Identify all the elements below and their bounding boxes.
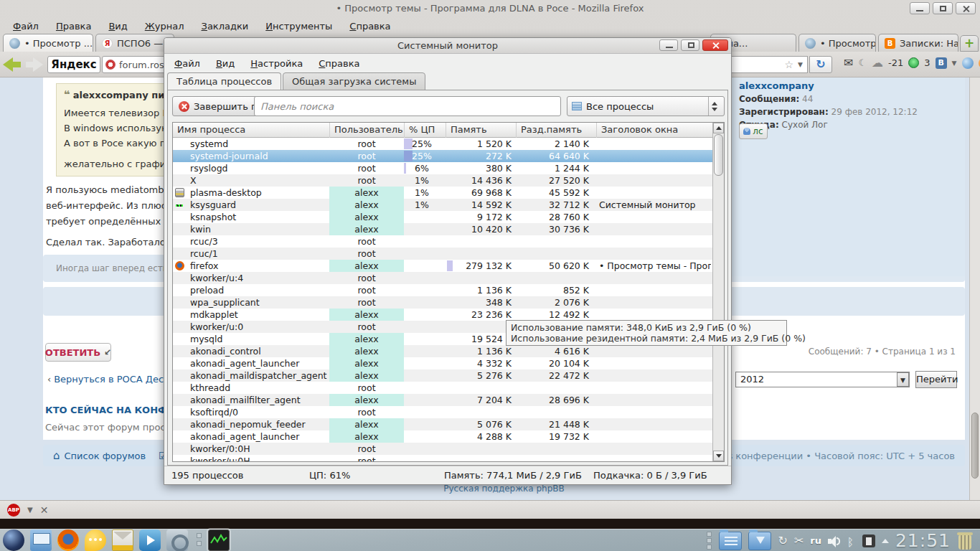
new-tab-button[interactable]: + — [960, 35, 979, 52]
documents-folder-widget[interactable] — [719, 532, 742, 550]
scroll-down-button[interactable] — [713, 451, 724, 461]
volume-icon[interactable] — [828, 535, 841, 547]
private-message-button[interactable]: лс — [739, 123, 768, 139]
sysmon-menu-item[interactable]: Настройка — [243, 57, 310, 72]
tab-process-table[interactable]: Таблица процессов — [167, 72, 281, 90]
column-header[interactable]: Разд.память — [516, 123, 596, 138]
vk-icon[interactable]: B — [936, 57, 947, 69]
firefox-tab[interactable]: • Просмотр те... — [798, 34, 876, 52]
ksysguard-task-icon[interactable] — [208, 529, 230, 551]
tab-active[interactable]: • Просмотр ... ✕ — [3, 34, 93, 52]
tray-pager-widget[interactable] — [705, 530, 712, 551]
address-bar[interactable]: forum.ros — [102, 56, 166, 73]
process-row[interactable]: kthreaddroot — [173, 382, 712, 394]
firefox-menu-item[interactable]: Вид — [101, 19, 134, 33]
mail-icon[interactable] — [112, 529, 133, 551]
firefox-menu-item[interactable]: Инструменты — [258, 19, 339, 33]
klipper-scissors-icon[interactable]: ✂ — [794, 534, 804, 547]
user-name-link[interactable]: alexxcompany — [739, 80, 958, 91]
process-row[interactable]: kworker/u:0Hroot — [173, 455, 712, 461]
tab-pspo[interactable]: Я ПСПО6 — — [95, 34, 174, 52]
clipboard-tray-icon[interactable] — [862, 534, 875, 547]
sysmon-menu-item[interactable]: Файл — [167, 57, 207, 72]
yandex-search-button[interactable]: Яндекс — [47, 56, 100, 73]
process-row[interactable]: Xroot1%14 436 K27 520 K — [173, 174, 712, 187]
process-row[interactable]: kwinalexx10 420 K30 736 K — [173, 223, 712, 235]
media-player-icon[interactable] — [139, 529, 161, 551]
firefox-menu-item[interactable]: Закладки — [194, 19, 256, 33]
process-row[interactable]: mdkappletalexx23 236 K12 492 K — [173, 309, 712, 321]
weather-cloud-icon[interactable]: ☁ — [872, 56, 883, 70]
process-row[interactable]: rcuc/1root — [173, 248, 712, 260]
update-checker-icon[interactable] — [908, 57, 919, 68]
bookmark-star-icon[interactable]: ☆ — [785, 59, 794, 70]
jump-go-button[interactable]: Перейти — [915, 371, 957, 388]
reply-button[interactable]: ОТВЕТИТЬ ↙ — [45, 343, 111, 362]
addon-bar-close-icon[interactable]: ✕ — [40, 504, 49, 516]
process-row[interactable]: akonadi_agent_launcheralexx4 332 K20 104… — [173, 357, 712, 369]
scrollbar-thumb[interactable] — [714, 134, 723, 176]
address-bar-end[interactable]: ☆ ▼ — [726, 56, 808, 73]
process-row[interactable]: akonadi_controlalexx1 136 K4 616 K — [173, 345, 712, 357]
reload-button[interactable]: ↻ — [809, 56, 832, 73]
phpbb-support-link[interactable]: Русская поддержка phpBB — [43, 484, 965, 494]
table-scrollbar[interactable] — [712, 123, 724, 461]
process-row[interactable]: akonadi_nepomuk_feederalexx5 076 K21 448… — [173, 418, 712, 430]
scroll-up-button[interactable] — [713, 123, 724, 133]
process-row[interactable]: akonadi_maildispatcher_agentalexx5 276 K… — [173, 369, 712, 382]
search-input[interactable] — [254, 96, 561, 116]
forward-button[interactable] — [24, 55, 46, 74]
bluetooth-icon[interactable] — [847, 535, 856, 547]
minimize-button[interactable] — [659, 39, 678, 51]
firefox-menu-item[interactable]: Правка — [49, 19, 98, 33]
sysmon-menu-item[interactable]: Справка — [311, 57, 367, 72]
process-row[interactable]: preloadroot1 136 K852 K — [173, 284, 712, 296]
sysmon-titlebar[interactable]: Системный монитор — [164, 38, 731, 54]
column-header[interactable]: % ЦП — [404, 123, 446, 138]
tray-expander-icon[interactable] — [882, 539, 889, 543]
maximize-button[interactable] — [681, 39, 699, 51]
scrollbar-thumb[interactable] — [971, 413, 979, 479]
firefox-icon[interactable] — [57, 529, 79, 551]
process-row[interactable]: kworker/u:4root — [173, 272, 712, 284]
column-header[interactable]: Память — [446, 123, 516, 138]
process-row[interactable]: ksysguardalexx1%14 592 K32 712 KСистемны… — [173, 199, 712, 211]
process-row[interactable]: plasma-desktopalexx1%69 968 K45 592 K — [173, 187, 712, 199]
process-row[interactable]: ksnapshotalexx9 172 K28 760 K — [173, 211, 712, 223]
process-row[interactable]: wpa_supplicantroot348 K2 076 K — [173, 296, 712, 309]
jump-to-select[interactable]: 2012 — [735, 372, 910, 387]
pager-widget[interactable] — [195, 529, 202, 551]
mail-notifier-icon[interactable]: ✉ — [844, 56, 853, 70]
back-button[interactable] — [3, 55, 24, 74]
process-row[interactable]: systemdroot25%1 520 K2 140 K — [173, 138, 712, 150]
forum-list-link[interactable]: Список форумов — [65, 451, 146, 461]
jump-select-caret-icon[interactable]: ▼ — [897, 372, 909, 387]
process-row[interactable]: ksoftirqd/0root — [173, 406, 712, 418]
firefox-menu-item[interactable]: Журнал — [138, 19, 192, 33]
adblock-dropdown-icon[interactable]: ▼ — [27, 506, 33, 514]
firefox-menu-item[interactable]: Справка — [342, 19, 397, 33]
tab-system-load[interactable]: Общая загрузка системы — [283, 72, 425, 90]
process-row[interactable]: kworker/0:0Hroot — [173, 443, 712, 455]
file-manager-icon[interactable] — [30, 529, 52, 551]
adblock-icon[interactable]: ABP — [7, 504, 20, 517]
column-header[interactable]: Заголовок окна — [596, 123, 712, 138]
close-button[interactable] — [702, 39, 728, 51]
process-row[interactable]: systemd-journaldroot25%272 K64 640 K — [173, 150, 712, 162]
maximize-button[interactable] — [933, 2, 953, 14]
close-button[interactable] — [956, 2, 976, 14]
update-sync-icon[interactable]: ↻ — [778, 534, 787, 547]
chat-icon[interactable] — [85, 529, 106, 551]
page-scrollbar[interactable] — [969, 77, 980, 500]
column-header[interactable]: Пользователь — [329, 123, 404, 138]
process-row[interactable]: akonadi_mailfilter_agentalexx7 204 K28 6… — [173, 394, 712, 406]
extension-icon[interactable] — [962, 57, 974, 69]
process-row[interactable]: akonadi_agent_launcheralexx4 288 K19 732… — [173, 430, 712, 443]
process-row[interactable]: firefoxalexx279 132 K50 620 K• Просмотр … — [173, 260, 712, 272]
app-launcher-icon[interactable] — [3, 529, 24, 551]
url-dropdown-icon[interactable]: ▼ — [798, 61, 803, 68]
keyboard-layout-indicator[interactable]: ru — [810, 535, 821, 546]
system-settings-icon[interactable] — [166, 529, 188, 551]
firefox-menu-item[interactable]: Файл — [6, 19, 46, 33]
combobox-spinner[interactable] — [708, 97, 720, 116]
